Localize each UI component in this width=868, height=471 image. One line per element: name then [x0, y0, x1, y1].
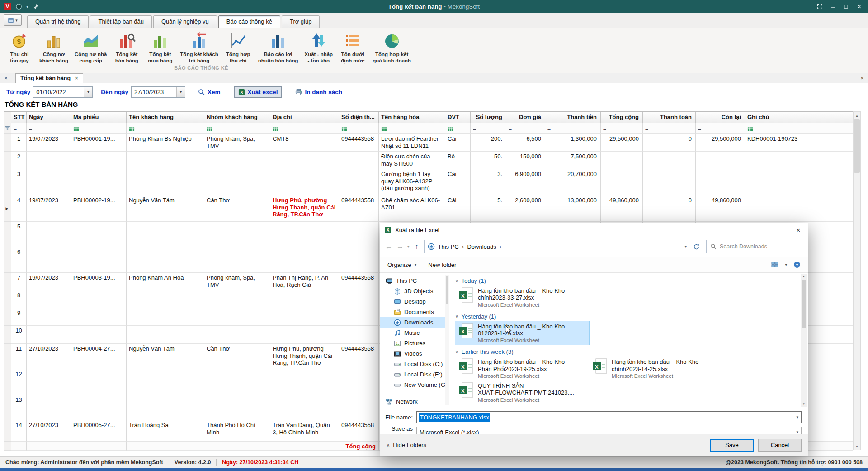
minimize-button[interactable]	[827, 1, 839, 11]
breadcrumb-downloads[interactable]: Downloads	[467, 243, 496, 250]
file-item[interactable]: XHàng tồn kho ban đầu _ Kho Khochính2023…	[455, 285, 589, 309]
hide-folders-button[interactable]: ∧ Hide Folders	[387, 442, 426, 448]
dialog-close-button[interactable]: ×	[789, 223, 808, 237]
scrollbar-thumb[interactable]	[446, 276, 448, 304]
cancel-button[interactable]: Cancel	[758, 439, 802, 452]
app-circle-icon[interactable]	[15, 3, 22, 10]
print-list-button[interactable]: In danh sách	[292, 87, 346, 97]
menu-tab-5[interactable]: Trợ giúp	[282, 15, 320, 28]
filter-cell-14[interactable]: =	[643, 123, 696, 134]
sidebar-item-local-disk-e[interactable]: Local Disk (E:)	[380, 369, 449, 380]
refresh-button[interactable]	[690, 240, 703, 253]
file-item[interactable]: XHàng tồn kho ban đầu _ Kho Khochính2023…	[589, 357, 723, 381]
column-header-14[interactable]: Thanh toán	[643, 112, 696, 123]
file-name-input[interactable]: TONGKETBANHANG.xlsx ▾	[416, 411, 802, 423]
ribbon-item-3[interactable]: Công nợ nhàcung cấp	[71, 31, 110, 65]
sidebar-item-desktop[interactable]: Desktop	[380, 296, 449, 307]
address-dropdown-icon[interactable]: ▾	[684, 244, 687, 249]
ribbon-item-11[interactable]: Tổng hợp kếtquả kinh doanh	[369, 31, 414, 65]
filter-cell-9[interactable]	[445, 123, 471, 134]
filter-cell-15[interactable]: =	[696, 123, 745, 134]
sidebar-item-local-disk-c[interactable]: Local Disk (C:)	[380, 359, 449, 369]
filter-cell-4[interactable]	[127, 123, 204, 134]
table-row-4[interactable]: ▶419/07/2023PBH00002-19...Nguyễn Văn Tám…	[4, 195, 853, 222]
filter-cell-7[interactable]	[339, 123, 379, 134]
up-button[interactable]: ↑	[413, 243, 421, 251]
filter-cell-1[interactable]: =	[11, 123, 27, 134]
file-group-header-3[interactable]: ∨Earlier this week (3)	[455, 348, 797, 355]
column-header-3[interactable]: Mã phiếu	[71, 112, 127, 123]
table-row-1[interactable]: 119/07/2023PBH00001-19...Phòng Khám Bs N…	[4, 134, 853, 152]
sidebar-item-pictures[interactable]: Pictures	[380, 338, 449, 348]
back-button[interactable]: ←	[385, 243, 393, 251]
sidebar-item-network[interactable]: Network	[380, 396, 449, 407]
ribbon-item-5[interactable]: Tổng kếtmua hàng	[143, 31, 177, 65]
filter-cell-13[interactable]: =	[601, 123, 643, 134]
file-item[interactable]: XQUY TRÌNH SẢNXUẤT-FLOWCHART-PMT-241023.…	[455, 381, 589, 404]
file-group-header-1[interactable]: ∨Today (1)	[455, 277, 797, 284]
table-vertical-scrollbar[interactable]: ▲ ▼	[853, 111, 861, 450]
sidebar-item-downloads[interactable]: Downloads	[380, 317, 449, 328]
close-document-button[interactable]: ×	[856, 73, 868, 83]
filter-cell-3[interactable]	[71, 123, 127, 134]
column-header-1[interactable]: STT	[11, 112, 27, 123]
sidebar-item-videos[interactable]: Videos	[380, 348, 449, 359]
ribbon-item-10[interactable]: Tồn dướiđịnh mức	[336, 31, 369, 65]
ribbon-item-1[interactable]: $Thu chitồn quỹ	[3, 31, 36, 65]
close-button[interactable]	[853, 1, 865, 11]
sidebar-item-this-pc[interactable]: This PC	[380, 276, 449, 286]
table-row-3[interactable]: 3Giường bệnh 1 tay quay ALK06-A132P (đầu…	[4, 169, 853, 195]
scroll-up-icon[interactable]: ▲	[854, 112, 860, 119]
close-all-tabs-button[interactable]: ×	[0, 73, 12, 83]
organize-button[interactable]: Organize ▾	[387, 262, 416, 268]
breadcrumb[interactable]: This PC › Downloads › ▾	[424, 240, 690, 253]
save-button[interactable]: Save	[710, 439, 754, 452]
file-item[interactable]: XHàng tồn kho ban đầu _ Kho KhoPhân Phối…	[455, 357, 589, 381]
filter-cell-6[interactable]	[270, 123, 339, 134]
caret-down-icon[interactable]: ▾	[785, 262, 787, 267]
table-row-2[interactable]: 2Điện cực chén của máy STI500Bộ50.150,00…	[4, 152, 853, 169]
ribbon-item-4[interactable]: Tổng kếtbán hàng	[110, 31, 143, 65]
sidebar-item-new-volume-g[interactable]: New Volume (G:)	[380, 380, 449, 390]
ribbon-item-2[interactable]: Công nợkhách hàng	[36, 31, 71, 65]
filter-cell-12[interactable]: =	[545, 123, 601, 134]
maximize-button[interactable]	[840, 1, 852, 11]
column-header-11[interactable]: Đơn giá	[506, 112, 545, 123]
scroll-up-icon[interactable]: ▲	[801, 274, 807, 279]
caret-down-icon[interactable]: ▾	[176, 87, 185, 97]
caret-down-icon[interactable]: ▾	[84, 87, 92, 97]
file-name-dropdown-icon[interactable]: ▾	[796, 415, 798, 419]
sidebar-scrollbar[interactable]	[445, 275, 449, 405]
window-menu-button[interactable]: ▾	[4, 14, 22, 26]
to-date-input[interactable]: 27/10/2023 ▾	[131, 86, 185, 98]
scroll-down-icon[interactable]: ▼	[801, 401, 807, 407]
tab-tong-ket-ban-hang[interactable]: Tổng kết bán hàng ×	[15, 73, 83, 83]
file-group-header-2[interactable]: ∨Yesterday (1)	[455, 313, 797, 320]
forward-button[interactable]: →	[396, 243, 404, 251]
ribbon-item-9[interactable]: Xuất - nhập- tồn kho	[302, 31, 336, 65]
file-item[interactable]: XHàng tồn kho ban đầu _ Kho Kho012023-1-…	[455, 321, 589, 345]
column-header-2[interactable]: Ngày	[27, 112, 71, 123]
column-header-10[interactable]: Số lượng	[471, 112, 506, 123]
filter-cell-2[interactable]: =	[27, 123, 71, 134]
scrollbar-thumb[interactable]	[854, 119, 860, 173]
file-list-scrollbar[interactable]: ▲ ▼	[801, 274, 807, 407]
menu-tab-4[interactable]: Báo cáo thống kê	[218, 15, 280, 28]
ribbon-item-6[interactable]: Tổng kết kháchtrả hàng	[177, 31, 221, 65]
scroll-down-icon[interactable]: ▼	[854, 442, 860, 450]
history-dropdown-icon[interactable]: ▾	[407, 244, 410, 249]
breadcrumb-this-pc[interactable]: This PC	[438, 243, 459, 250]
quick-access-caret-icon[interactable]: ▾	[26, 4, 28, 9]
column-header-9[interactable]: ĐVT	[445, 112, 471, 123]
expand-button[interactable]	[814, 1, 826, 11]
tab-close-icon[interactable]: ×	[75, 75, 78, 81]
filter-cell-8[interactable]	[379, 123, 445, 134]
filter-cell-5[interactable]	[204, 123, 270, 134]
menu-tab-3[interactable]: Quản lý nghiệp vụ	[153, 15, 217, 28]
scrollbar-thumb[interactable]	[802, 280, 806, 328]
pin-icon[interactable]	[33, 3, 39, 10]
search-input[interactable]: Search Downloads	[706, 240, 803, 253]
menu-tab-1[interactable]: Quản trị hệ thống	[27, 15, 89, 28]
change-view-icon[interactable]	[771, 261, 778, 268]
app-logo-icon[interactable]: V	[4, 3, 11, 10]
